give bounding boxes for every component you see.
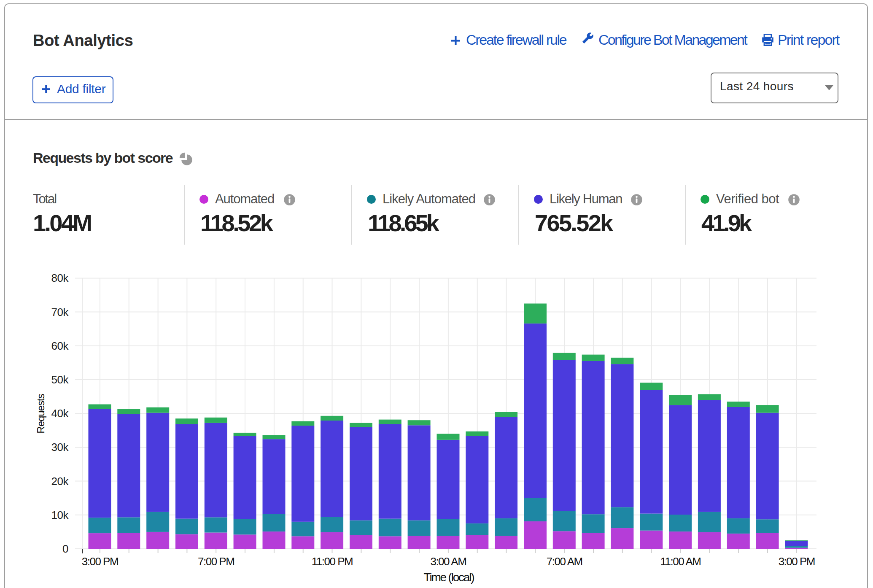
svg-text:3:00 PM: 3:00 PM: [82, 555, 118, 568]
svg-text:Requests: Requests: [35, 394, 46, 433]
svg-text:7:00 PM: 7:00 PM: [198, 555, 234, 568]
svg-text:11:00 AM: 11:00 AM: [660, 555, 701, 568]
svg-text:0: 0: [62, 542, 68, 555]
svg-text:30k: 30k: [51, 441, 69, 453]
svg-text:50k: 50k: [51, 373, 69, 386]
svg-text:7:00 AM: 7:00 AM: [547, 555, 582, 568]
svg-text:40k: 40k: [51, 407, 69, 420]
svg-text:60k: 60k: [51, 340, 69, 352]
svg-text:Time (local): Time (local): [424, 571, 474, 584]
svg-text:70k: 70k: [51, 306, 69, 318]
svg-text:80k: 80k: [51, 272, 69, 284]
svg-text:3:00 AM: 3:00 AM: [430, 555, 466, 568]
svg-text:10k: 10k: [51, 509, 69, 521]
svg-text:20k: 20k: [51, 475, 69, 488]
svg-text:3:00 PM: 3:00 PM: [779, 555, 815, 568]
svg-text:11:00 PM: 11:00 PM: [312, 555, 353, 568]
